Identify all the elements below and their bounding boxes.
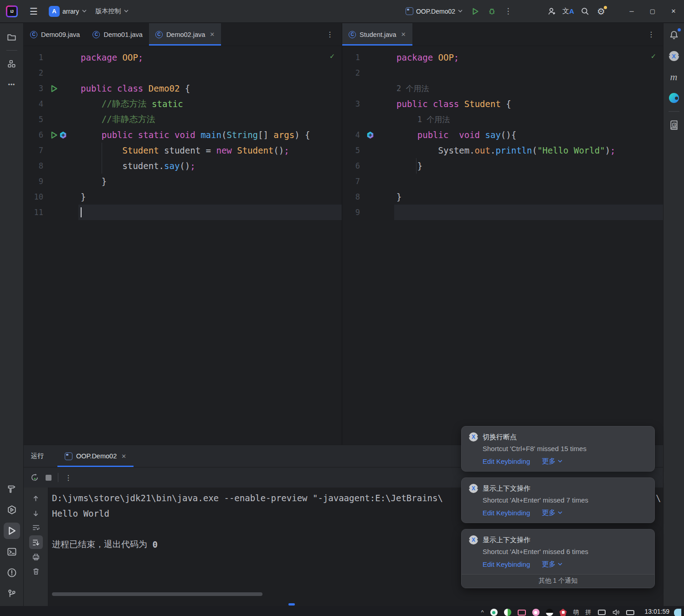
editor-tab-Demo02.java[interactable]: CDemo02.java✕ <box>149 23 221 46</box>
gutter-line[interactable]: 9 <box>24 174 78 189</box>
main-menu-hamburger-icon[interactable]: ☰ <box>23 6 44 17</box>
more-dropdown-link[interactable]: 更多 <box>542 560 562 569</box>
project-tool-button[interactable] <box>4 29 20 45</box>
editor-code[interactable]: package OOP;public class Demo02 { //静态方法… <box>78 50 342 220</box>
left-tab-list-menu[interactable]: ⋮ <box>318 30 342 39</box>
gutter-line[interactable]: 2 <box>24 65 78 81</box>
editor-tab-Demo09.java[interactable]: CDemo09.java <box>24 23 86 46</box>
right-tab-list-menu[interactable]: ⋮ <box>639 30 663 39</box>
tray-app-tv[interactable] <box>518 609 526 616</box>
run-panel-tab[interactable]: OOP.Demo02 ✕ <box>57 445 134 467</box>
project-widget[interactable]: A arrary <box>44 4 91 19</box>
edge-widget-pill[interactable] <box>674 609 681 616</box>
code-line[interactable] <box>394 65 663 81</box>
console-more-button[interactable]: ⋮ <box>65 473 72 482</box>
editor-tab-Student.java[interactable]: CStudent.java✕ <box>342 23 412 46</box>
plugin-swirl-button[interactable] <box>666 90 682 106</box>
window-close-button[interactable]: ✕ <box>663 0 684 23</box>
build-tool-button[interactable] <box>4 481 20 497</box>
run-button[interactable] <box>467 4 483 19</box>
code-line[interactable]: student.say(); <box>78 158 342 174</box>
git-tool-button[interactable] <box>4 585 20 602</box>
settings-button[interactable]: ⚙ <box>593 4 609 19</box>
search-everywhere-button[interactable] <box>576 4 593 19</box>
tray-ime-pin[interactable]: 拼 <box>586 609 591 616</box>
code-line[interactable]: } <box>394 158 663 174</box>
gutter-line[interactable]: 3 <box>24 81 78 96</box>
gutter-line[interactable] <box>342 81 394 96</box>
gutter-line[interactable]: 6 <box>24 127 78 143</box>
taskbar-clock[interactable]: 13:01:59 <box>645 608 670 615</box>
scroll-up-button[interactable] <box>29 492 43 505</box>
usages-inlay-hint[interactable]: 1 个用法 <box>417 114 450 125</box>
close-icon[interactable]: ✕ <box>401 31 406 38</box>
code-line[interactable]: //静态方法 static <box>78 96 342 112</box>
code-line[interactable] <box>78 205 342 220</box>
inspections-ok-icon[interactable]: ✓ <box>330 51 334 61</box>
code-with-me-button[interactable] <box>544 4 560 19</box>
gutter-line[interactable]: 2 <box>342 65 394 81</box>
editor-student[interactable]: 123456789package OOP;2 个用法public class S… <box>342 46 663 445</box>
run-gutter-icon[interactable] <box>50 131 58 139</box>
gutter-line[interactable]: 5 <box>342 143 394 158</box>
gutter-line[interactable]: 6 <box>342 158 394 174</box>
editor-gutter[interactable]: 123456789 <box>342 50 394 220</box>
gutter-line[interactable]: 1 <box>24 50 78 65</box>
editor-tab-Demo01.java[interactable]: CDemo01.java <box>86 23 149 46</box>
code-line[interactable]: 1 个用法 <box>394 112 663 127</box>
horizontal-scrollbar[interactable] <box>52 592 262 596</box>
code-line[interactable]: Student student = new Student(); <box>78 143 342 158</box>
gutter-line[interactable]: 8 <box>342 189 394 205</box>
gutter-line[interactable]: 5 <box>24 112 78 127</box>
notifications-button[interactable] <box>666 27 682 43</box>
code-line[interactable]: package OOP; <box>394 50 663 65</box>
editor-gutter[interactable]: 1234567891011 <box>24 50 78 220</box>
more-tool-windows-button[interactable]: ••• <box>4 77 20 93</box>
gutter-line[interactable] <box>342 112 394 127</box>
tray-monitor[interactable] <box>598 609 606 616</box>
run-gutter-icon[interactable] <box>50 84 58 93</box>
scroll-to-end-button[interactable] <box>29 535 43 549</box>
gutter-line[interactable]: 9 <box>342 205 394 220</box>
code-line[interactable]: public class Student { <box>394 96 663 112</box>
run-tool-button[interactable] <box>4 523 20 539</box>
code-line[interactable]: public void say(){ <box>394 127 663 143</box>
code-line[interactable]: 2 个用法 <box>394 81 663 96</box>
code-line[interactable]: } <box>78 174 342 189</box>
print-button[interactable] <box>29 550 43 564</box>
window-maximize-button[interactable]: ▢ <box>642 0 663 23</box>
code-line[interactable]: } <box>78 189 342 205</box>
close-icon[interactable]: ✕ <box>121 453 126 460</box>
code-line[interactable] <box>394 174 663 189</box>
more-actions-button[interactable]: ⋮ <box>500 4 516 19</box>
terminal-tool-button[interactable] <box>4 544 20 560</box>
edit-keybinding-link[interactable]: Edit Keybinding <box>483 457 530 465</box>
gutter-line[interactable]: 7 <box>24 143 78 158</box>
clear-console-button[interactable] <box>29 565 43 578</box>
plugin-hexagon-gutter-icon[interactable] <box>366 131 374 139</box>
vcs-widget[interactable]: 版本控制 <box>91 4 133 19</box>
tray-volume[interactable] <box>612 609 620 616</box>
code-line[interactable]: } <box>394 189 663 205</box>
tray-app-qq[interactable] <box>546 609 553 616</box>
tray-app-pie[interactable] <box>504 609 511 616</box>
more-dropdown-link[interactable]: 更多 <box>542 457 562 466</box>
documentation-tool-button[interactable]: A <box>666 117 682 133</box>
usages-inlay-hint[interactable]: 2 个用法 <box>396 83 429 94</box>
gutter-line[interactable]: 8 <box>24 158 78 174</box>
tray-keyboard[interactable] <box>626 609 634 616</box>
maven-tool-button[interactable]: m <box>666 69 682 85</box>
intellij-logo-icon[interactable]: IJ <box>6 5 18 17</box>
run-configuration-widget[interactable]: OOP.Demo02 <box>401 4 467 19</box>
code-line[interactable]: //非静态方法 <box>78 112 342 127</box>
tray-app-leaf[interactable] <box>490 609 498 616</box>
code-line[interactable]: System.out.println("Hello World"); <box>394 143 663 158</box>
inspections-ok-icon[interactable]: ✓ <box>651 51 656 61</box>
gutter-line[interactable]: 11 <box>24 205 78 220</box>
gutter-line[interactable]: 4 <box>24 96 78 112</box>
debug-button[interactable] <box>483 4 500 19</box>
code-line[interactable] <box>394 205 663 220</box>
structure-tool-button[interactable] <box>4 56 20 72</box>
more-notifications-footer[interactable]: 其他 1 个通知 <box>462 574 654 588</box>
tray-app-shield[interactable] <box>560 609 567 616</box>
